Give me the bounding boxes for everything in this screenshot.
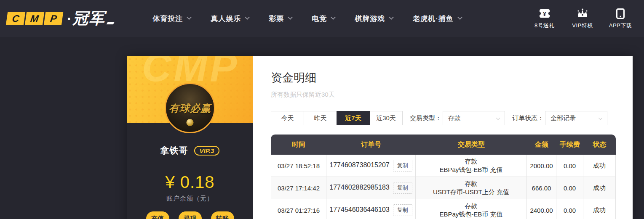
quick-link-label: VIP特权 <box>572 22 593 29</box>
transaction-type-select[interactable]: 存款 <box>443 111 505 125</box>
chevron-down-icon <box>457 15 462 20</box>
cell-type: 存款 EBPay钱包-EB币 充值 <box>416 155 527 177</box>
phone-icon <box>616 8 625 19</box>
date-range-tabs: 今天 昨天 近7天 近30天 <box>271 111 403 125</box>
vip-badge: VIP.3 <box>194 146 220 156</box>
logo-letter-box: P <box>44 12 63 25</box>
fund-details-table: 时间 订单号 交易类型 金额 手续费 状态 03/27 18:52:18 177… <box>271 135 616 219</box>
page-title: 资金明细 <box>271 70 615 85</box>
filter-row: 今天 昨天 近7天 近30天 交易类型： 存款 订单状态： 全部记录 <box>271 111 615 125</box>
col-header-status: 状态 <box>583 135 616 155</box>
deposit-button[interactable]: 充值 <box>146 211 169 219</box>
withdraw-button[interactable]: 提现 <box>179 211 202 219</box>
chevron-down-icon <box>599 116 603 120</box>
nav-item-board-games[interactable]: 棋牌游戏 <box>355 14 393 24</box>
transfer-button[interactable]: 转账 <box>211 211 234 219</box>
quick-links: ¥ 8号送礼 VIP特权 <box>532 8 633 29</box>
brand-logo[interactable]: C M P · 冠军 <box>7 8 114 29</box>
cell-order: 1774602882985183复制 <box>326 177 416 199</box>
quick-link-label: 8号送礼 <box>534 22 555 29</box>
cell-order: 1774546036446103复制 <box>326 199 416 219</box>
nav-item-label: 棋牌游戏 <box>355 14 385 24</box>
col-header-order-id: 订单号 <box>326 135 416 155</box>
crown-icon <box>576 8 589 19</box>
type-line1: 存款 <box>416 179 526 188</box>
account-panel: CMP 有球必赢 拿铁哥 VIP.3 ¥ 0.18 账户余额（元） 充值 提现 … <box>127 56 633 219</box>
tab-last-7-days[interactable]: 近7天 <box>337 111 370 125</box>
col-header-fee: 手续费 <box>556 135 583 155</box>
col-header-type: 交易类型 <box>416 135 527 155</box>
logo-name: 冠军 <box>72 8 105 29</box>
vip-privilege-link[interactable]: VIP特权 <box>570 8 595 29</box>
nav-item-sports[interactable]: 体育投注 <box>152 14 191 24</box>
order-status-select[interactable]: 全部记录 <box>545 111 607 125</box>
type-line1: 存款 <box>416 202 526 210</box>
nav-item-esports[interactable]: 电竞 <box>312 14 335 24</box>
order-status-label: 订单状态： <box>512 114 544 122</box>
app-download-link[interactable]: APP下载 <box>608 8 633 29</box>
order-status-value: 全部记录 <box>550 114 576 122</box>
page-subtitle: 所有数据只保留近30天 <box>271 91 615 99</box>
avatar-slogan: 有球必赢 <box>166 102 214 115</box>
order-id: 1774608738015207 <box>329 161 389 169</box>
chevron-down-icon <box>288 15 293 20</box>
col-header-time: 时间 <box>271 135 326 155</box>
logo-dash <box>107 22 115 24</box>
transaction-type-label: 交易类型： <box>410 114 441 122</box>
profile-sidebar: CMP 有球必赢 拿铁哥 VIP.3 ¥ 0.18 账户余额（元） 充值 提现 … <box>127 56 253 219</box>
cell-order: 1774608738015207复制 <box>326 155 416 177</box>
nav-item-label: 老虎机·捕鱼 <box>413 14 454 24</box>
type-line2: EBPay钱包-EB币 充值 <box>416 166 526 174</box>
tab-today[interactable]: 今天 <box>271 111 304 125</box>
chevron-down-icon <box>389 15 394 20</box>
col-header-amount: 金额 <box>527 135 556 155</box>
nav-item-live-casino[interactable]: 真人娱乐 <box>211 14 249 24</box>
user-row: 拿铁哥 VIP.3 <box>127 145 253 156</box>
account-balance-label: 账户余额（元） <box>127 195 253 203</box>
logo-dot: · <box>67 11 72 27</box>
type-line1: 存款 <box>416 157 526 166</box>
tab-last-30-days[interactable]: 近30天 <box>369 111 403 125</box>
cell-fee: 0.00 <box>556 177 583 199</box>
logo-letter-box: M <box>25 12 44 25</box>
top-navbar: C M P · 冠军 体育投注 真人娱乐 彩票 电竞 棋牌游戏 老虎机·捕鱼 <box>0 0 644 37</box>
nav-item-lottery[interactable]: 彩票 <box>269 14 292 24</box>
cell-fee: 0.00 <box>556 155 583 177</box>
table-header-row: 时间 订单号 交易类型 金额 手续费 状态 <box>271 135 616 155</box>
order-id: 1774602882985183 <box>329 184 389 191</box>
cell-fee: 0.00 <box>556 199 583 219</box>
copy-button[interactable]: 复制 <box>393 182 412 194</box>
status-badge: 成功 <box>583 177 616 199</box>
table-row: 03/27 01:27:16 1774546036446103复制 存款 EBP… <box>271 199 616 219</box>
chevron-down-icon <box>187 15 192 20</box>
nav-item-label: 体育投注 <box>152 14 183 24</box>
fund-details-section: 资金明细 所有数据只保留近30天 今天 昨天 近7天 近30天 交易类型： 存款… <box>253 56 633 219</box>
balance-actions: 充值 提现 转账 <box>127 211 253 219</box>
cell-time: 03/27 18:52:18 <box>271 155 326 177</box>
cell-type: 存款 USDT存币-USDT上分 充值 <box>416 177 527 199</box>
cell-time: 03/27 01:27:16 <box>271 199 326 219</box>
avatar: 有球必赢 <box>165 83 215 133</box>
gift-ticket-icon: ¥ <box>538 8 551 19</box>
quick-link-label: APP下载 <box>609 22 632 29</box>
logo-letter-box: C <box>6 12 25 25</box>
cell-amount: 666.00 <box>527 177 556 199</box>
cell-type: 存款 EBPay钱包-EB币 充值 <box>416 199 527 219</box>
table-row: 03/27 18:52:18 1774608738015207复制 存款 EBP… <box>271 155 616 177</box>
nav-item-label: 真人娱乐 <box>211 14 241 24</box>
transaction-type-value: 存款 <box>448 114 461 122</box>
copy-button[interactable]: 复制 <box>393 204 412 216</box>
gift-promo-link[interactable]: ¥ 8号送礼 <box>532 8 557 29</box>
nav-item-slots-fishing[interactable]: 老虎机·捕鱼 <box>413 14 462 24</box>
order-id: 1774546036446103 <box>329 206 389 213</box>
table-row: 03/27 17:14:42 1774602882985183复制 存款 USD… <box>271 177 616 199</box>
tab-yesterday[interactable]: 昨天 <box>304 111 337 125</box>
copy-button[interactable]: 复制 <box>393 160 412 172</box>
chevron-down-icon <box>496 116 500 120</box>
account-balance: ¥ 0.18 <box>127 173 253 191</box>
cell-amount: 2400.00 <box>527 199 556 219</box>
soccer-ball-icon <box>187 119 194 126</box>
type-line2: EBPay钱包-EB币 充值 <box>416 210 526 219</box>
type-line2: USDT存币-USDT上分 充值 <box>416 188 526 196</box>
status-badge: 成功 <box>583 155 616 177</box>
